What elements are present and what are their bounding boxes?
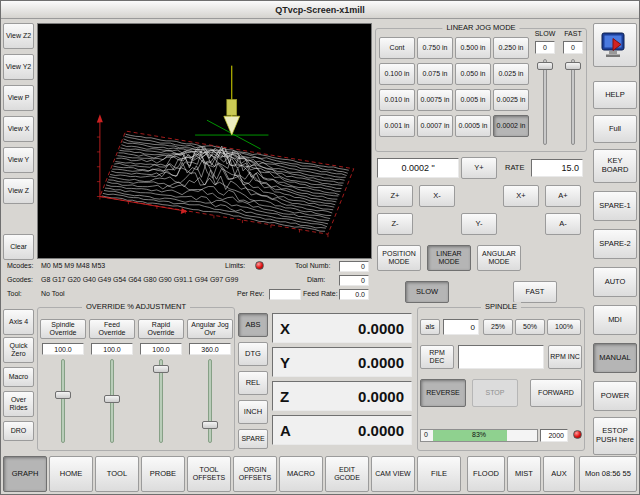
jog-increment-button[interactable]: 0.050 in <box>455 63 491 85</box>
clear-button[interactable]: Clear <box>3 234 34 260</box>
rpm-dec-button[interactable]: RPM DEC <box>420 345 454 369</box>
slider-handle[interactable] <box>565 62 581 70</box>
manual-mode-button[interactable]: MANUAL <box>593 343 637 373</box>
tool-tab-button[interactable]: TOOL <box>95 456 139 492</box>
spindle-forward-button[interactable]: FORWARD <box>530 379 582 407</box>
jog-a-minus-button[interactable]: A- <box>545 213 581 235</box>
jog-fast-speed-field[interactable]: 0 <box>563 41 583 54</box>
spindle-override-button[interactable]: Spindle Override <box>40 319 86 339</box>
jog-increment-button[interactable]: 0.005 in <box>455 89 491 111</box>
dtg-button[interactable]: DTG <box>238 342 268 366</box>
rapid-override-button[interactable]: Rapid Override <box>138 319 184 339</box>
angular-mode-button[interactable]: ANGULAR MODE <box>477 245 521 271</box>
jog-x-minus-button[interactable]: X- <box>419 185 455 207</box>
jog-x-plus-button[interactable]: X+ <box>503 185 539 207</box>
jog-a-plus-button[interactable]: A+ <box>545 185 581 207</box>
jog-fast-slider[interactable] <box>564 59 582 145</box>
angular-jog-override-button[interactable]: Angular Jog Ovr <box>187 319 233 339</box>
window-titlebar[interactable]: QTvcp-Screen-x1mill <box>1 1 639 19</box>
angular-jog-override-slider[interactable] <box>201 359 219 443</box>
rel-button[interactable]: REL <box>238 371 268 395</box>
view-z2-button[interactable]: View Z2 <box>3 23 34 49</box>
dro-tab[interactable]: DRO <box>3 421 34 441</box>
home-tab-button[interactable]: HOME <box>49 456 93 492</box>
view-x-button[interactable]: View X <box>3 116 34 142</box>
per-rev-field <box>269 289 301 300</box>
slider-handle[interactable] <box>537 62 553 70</box>
feed-override-button[interactable]: Feed Override <box>89 319 135 339</box>
linear-mode-button[interactable]: LINEAR MODE <box>427 245 471 271</box>
spindle-stop-button[interactable]: STOP <box>472 379 518 407</box>
spindle-50-button[interactable]: 50% <box>515 319 545 335</box>
jog-increment-button[interactable]: 0.500 in <box>455 37 491 59</box>
rpm-inc-button[interactable]: RPM INC <box>548 345 582 369</box>
full-button[interactable]: Full <box>593 115 637 143</box>
jog-increment-button[interactable]: Cont <box>379 37 415 59</box>
auto-mode-button[interactable]: AUTO <box>593 267 637 297</box>
jog-slow-button[interactable]: SLOW <box>405 281 449 303</box>
cam-view-tab-button[interactable]: CAM VIEW <box>371 456 415 492</box>
flood-button[interactable]: FLOOD <box>467 456 505 492</box>
jog-increment-button[interactable]: 0.100 in <box>379 63 415 85</box>
jog-increment-button[interactable]: 0.0075 in <box>417 89 453 111</box>
jog-increment-button[interactable]: 0.025 in <box>493 63 529 85</box>
mdi-mode-button[interactable]: MDI <box>593 305 637 335</box>
jog-fast-button[interactable]: FAST <box>513 281 557 303</box>
jog-increment-button[interactable]: 0.075 in <box>417 63 453 85</box>
mist-button[interactable]: MIST <box>507 456 541 492</box>
file-tab-button[interactable]: FILE <box>417 456 461 492</box>
estop-button[interactable]: ESTOP PUSH here <box>593 417 637 455</box>
jog-increment-button[interactable]: 0.0005 in <box>455 115 491 137</box>
spindle-100-button[interactable]: 100% <box>547 319 581 335</box>
spindle-reverse-button[interactable]: REVERSE <box>420 379 466 407</box>
position-mode-button[interactable]: POSITION MODE <box>377 245 421 271</box>
view-z-button[interactable]: View Z <box>3 178 34 204</box>
spare-button[interactable]: SPARE <box>238 429 268 449</box>
spare2-button[interactable]: SPARE-2 <box>593 229 637 259</box>
jog-z-plus-button[interactable]: Z+ <box>377 185 413 207</box>
quick-zero-tab[interactable]: Quick Zero <box>3 337 34 363</box>
macro-tab-button[interactable]: MACRO <box>279 456 323 492</box>
view-p-button[interactable]: View P <box>3 85 34 111</box>
inch-button[interactable]: INCH <box>238 400 268 424</box>
jog-slow-slider[interactable] <box>536 59 554 145</box>
jog-increment-button[interactable]: 0.250 in <box>493 37 529 59</box>
jog-z-minus-button[interactable]: Z- <box>377 213 413 235</box>
macro-tab[interactable]: Macro <box>3 367 34 387</box>
view-y-button[interactable]: View Y <box>3 147 34 173</box>
slider-handle[interactable] <box>104 395 120 403</box>
jog-slow-speed-field[interactable]: 0 <box>535 41 555 54</box>
jog-increment-button[interactable]: 0.0025 in <box>493 89 529 111</box>
spindle-override-slider[interactable] <box>54 359 72 443</box>
slider-handle[interactable] <box>202 421 218 429</box>
als-button[interactable]: als <box>420 319 440 335</box>
edit-gcode-tab-button[interactable]: EDIT GCODE <box>325 456 369 492</box>
exit-button[interactable] <box>593 23 637 67</box>
jog-increment-button[interactable]: 0.750 in <box>417 37 453 59</box>
slider-handle[interactable] <box>153 365 169 373</box>
spare1-button[interactable]: SPARE-1 <box>593 191 637 221</box>
jog-y-plus-button[interactable]: Y+ <box>461 157 497 179</box>
origin-offsets-tab-button[interactable]: ORGIN OFFSETS <box>233 456 277 492</box>
slider-handle[interactable] <box>55 391 71 399</box>
tool-offsets-tab-button[interactable]: TOOL OFFSETS <box>187 456 231 492</box>
gcode-graphics-viewport[interactable] <box>37 23 372 259</box>
spindle-25-button[interactable]: 25% <box>483 319 513 335</box>
jog-increment-button-selected[interactable]: 0.0002 in <box>493 115 529 137</box>
keyboard-button[interactable]: KEY BOARD <box>593 149 637 183</box>
power-button[interactable]: POWER <box>593 381 637 411</box>
overrides-tab[interactable]: Over Rides <box>3 391 34 417</box>
rapid-override-slider[interactable] <box>152 359 170 443</box>
graph-tab-button[interactable]: GRAPH <box>3 456 47 492</box>
jog-y-minus-button[interactable]: Y- <box>461 213 497 235</box>
feed-override-slider[interactable] <box>103 359 121 443</box>
jog-increment-button[interactable]: 0.0007 in <box>417 115 453 137</box>
jog-increment-button[interactable]: 0.001 in <box>379 115 415 137</box>
aux-button[interactable]: AUX <box>543 456 575 492</box>
view-y2-button[interactable]: View Y2 <box>3 54 34 80</box>
probe-tab-button[interactable]: PROBE <box>141 456 185 492</box>
abs-button[interactable]: ABS <box>238 313 268 337</box>
axis-4-tab[interactable]: Axis 4 <box>3 309 34 335</box>
help-button[interactable]: HELP <box>593 81 637 109</box>
jog-increment-button[interactable]: 0.010 in <box>379 89 415 111</box>
